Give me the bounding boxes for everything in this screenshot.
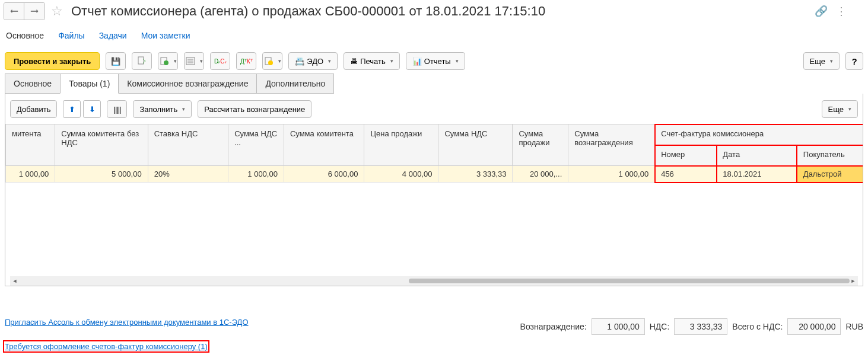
totals-bar: Вознаграждение: 1 000,00 НДС: 3 333,33 В… [520, 318, 863, 335]
cell-sum-no-vat[interactable]: 5 000,00 [55, 166, 148, 183]
move-up-button[interactable]: ⬆ [63, 100, 81, 118]
post-button[interactable] [132, 52, 152, 70]
nav-tab-files[interactable]: Файлы [58, 31, 84, 40]
edo-invite-link[interactable]: Пригласить Ассоль к обмену электронными … [5, 318, 249, 327]
add-row-button[interactable]: Добавить [10, 100, 57, 118]
table-scroll: митента Сумма комитента без НДС Ставка Н… [5, 124, 863, 268]
doc-green-icon [160, 56, 169, 66]
col-sale-price[interactable]: Цена продажи [364, 124, 438, 166]
move-down-button[interactable]: ⬇ [83, 100, 101, 118]
tab-main[interactable]: Основное [5, 73, 61, 94]
scroll-thumb[interactable] [409, 279, 850, 283]
invoice-required-link[interactable]: Требуется оформление счетов-фактур комис… [5, 342, 208, 351]
col-inv-buyer[interactable]: Покупатель [797, 145, 863, 166]
cell-vat-rate[interactable]: 20% [148, 166, 228, 183]
col-sum-komitent[interactable]: Сумма комитента [284, 124, 364, 166]
doc-yellow-icon [264, 56, 274, 66]
header-actions: 🔗 ⋮ [815, 5, 864, 18]
nav-tab-notes[interactable]: Мои заметки [141, 31, 190, 40]
col-group-invoice[interactable]: Счет-фактура комиссионера [655, 124, 863, 145]
reward-value: 1 000,00 [592, 318, 645, 335]
footer: Пригласить Ассоль к обмену электронными … [0, 318, 868, 351]
tab-extra[interactable]: Дополнительно [256, 73, 334, 94]
cell-inv-num[interactable]: 456 [655, 166, 717, 183]
goods-table: митента Сумма комитента без НДС Ставка Н… [5, 124, 863, 183]
dt-kt-alt-button[interactable]: ДᵀКᵀ [236, 52, 256, 70]
cell-inv-date[interactable]: 18.01.2021 [717, 166, 797, 183]
currency-label: RUB [845, 322, 863, 331]
col-vat-rate[interactable]: Ставка НДС [148, 124, 228, 166]
vat-value: 3 333,33 [674, 318, 727, 335]
calc-reward-button[interactable]: Рассчитать вознаграждение [198, 100, 311, 118]
table-row[interactable]: 1 000,00 5 000,00 20% 1 000,00 6 000,00 … [6, 166, 863, 183]
document-arrow-icon [137, 56, 147, 66]
nav-tab-tasks[interactable]: Задачи [99, 31, 127, 40]
cell-vat-sum[interactable]: 1 000,00 [228, 166, 284, 183]
edo-button[interactable]: 📇ЭДО [288, 52, 338, 70]
cell-sum-komitent[interactable]: 6 000,00 [284, 166, 364, 183]
cell-sale-sum[interactable]: 20 000,... [513, 166, 568, 183]
main-toolbar: Провести и закрыть 💾 DᵣCᵣ ДᵀКᵀ 📇ЭДО 🖶Печ… [0, 49, 868, 73]
row-more-button[interactable]: Еще [822, 100, 858, 118]
fax-icon: 📇 [295, 57, 304, 66]
vat-label: НДС: [650, 322, 670, 331]
back-button[interactable]: 🠔 [4, 3, 24, 20]
section-nav: Основное Файлы Задачи Мои заметки [0, 23, 868, 49]
forward-button[interactable]: 🠖 [24, 3, 44, 20]
horizontal-scrollbar[interactable]: ◄ ► [10, 276, 858, 286]
attached-files-button[interactable] [184, 52, 204, 70]
tab-goods[interactable]: Товары (1) [60, 73, 119, 94]
scroll-left-arrow-icon[interactable]: ◄ [10, 276, 20, 286]
print-button[interactable]: 🖶Печать [344, 52, 400, 70]
more-button[interactable]: Еще [803, 52, 840, 70]
barcode-icon: ||||| [114, 105, 121, 114]
tab-content: Добавить ⬆ ⬇ ||||| Заполнить Рассчитать … [5, 94, 863, 286]
col-reward-sum[interactable]: Сумма вознаграждения [568, 124, 655, 166]
move-group: ⬆ ⬇ [63, 100, 101, 118]
post-and-close-button[interactable]: Провести и закрыть [5, 52, 100, 70]
tab-commission[interactable]: Комиссионное вознаграждение [118, 73, 257, 94]
col-vat-sum[interactable]: Сумма НДС ... [228, 124, 284, 166]
print-label: Печать [360, 57, 386, 66]
arrow-down-icon: ⬇ [89, 105, 96, 114]
nav-button-group: 🠔 🠖 [4, 2, 45, 20]
kebab-menu-icon[interactable]: ⋮ [836, 5, 847, 18]
scroll-right-arrow-icon[interactable]: ► [848, 276, 858, 286]
col-sale-sum[interactable]: Сумма продажи [513, 124, 568, 166]
row-toolbar: Добавить ⬆ ⬇ ||||| Заполнить Рассчитать … [5, 94, 863, 124]
svg-rect-0 [138, 57, 144, 64]
col-inv-num[interactable]: Номер [655, 145, 717, 166]
arrow-up-icon: ⬆ [69, 105, 75, 114]
col-mitenta[interactable]: митента [6, 124, 55, 166]
nav-tab-main[interactable]: Основное [6, 31, 44, 40]
page-title: Отчет комиссионера (агента) о продажах С… [69, 4, 811, 19]
link-icon[interactable]: 🔗 [815, 5, 828, 18]
extra-actions-button[interactable] [262, 52, 282, 70]
list-icon [186, 56, 195, 66]
reports-button[interactable]: 📊Отчеты [406, 52, 465, 70]
svg-point-2 [164, 60, 168, 65]
reports-label: Отчеты [424, 57, 451, 66]
cell-sale-vat[interactable]: 3 333,33 [438, 166, 513, 183]
cell-mitenta[interactable]: 1 000,00 [6, 166, 55, 183]
printer-icon: 🖶 [350, 57, 358, 66]
invoice-required-frame: Требуется оформление счетов-фактур комис… [5, 342, 208, 351]
reward-label: Вознаграждение: [520, 322, 587, 331]
save-button[interactable]: 💾 [106, 52, 126, 70]
create-based-on-button[interactable] [158, 52, 178, 70]
favorite-star-icon[interactable]: ☆ [49, 4, 65, 19]
col-sum-no-vat[interactable]: Сумма комитента без НДС [55, 124, 148, 166]
total-value: 20 000,00 [787, 318, 841, 335]
cell-inv-buyer[interactable]: Дальстрой [797, 166, 863, 183]
barcode-button[interactable]: ||||| [107, 100, 127, 118]
cell-reward-sum[interactable]: 1 000,00 [568, 166, 655, 183]
col-sale-vat[interactable]: Сумма НДС [438, 124, 513, 166]
help-button[interactable]: ? [845, 52, 863, 70]
header-bar: 🠔 🠖 ☆ Отчет комиссионера (агента) о прод… [0, 0, 868, 23]
dt-kt-button[interactable]: DᵣCᵣ [210, 52, 230, 70]
chart-icon: 📊 [412, 57, 422, 66]
fill-button[interactable]: Заполнить [133, 100, 192, 118]
form-tabs: Основное Товары (1) Комиссионное вознагр… [0, 73, 868, 94]
col-inv-date[interactable]: Дата [717, 145, 797, 166]
cell-sale-price[interactable]: 4 000,00 [364, 166, 438, 183]
